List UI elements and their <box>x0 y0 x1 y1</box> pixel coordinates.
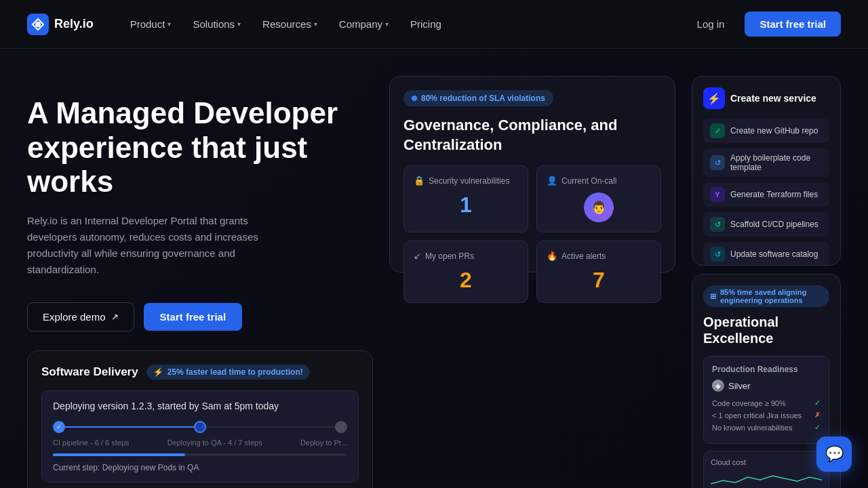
service-title: Create new service <box>730 93 816 104</box>
nav-company[interactable]: Company ▾ <box>330 13 398 35</box>
software-delivery-card: Software Delivery ⚡ 25% faster lead time… <box>27 350 373 488</box>
alerts-value: 7 <box>547 268 651 293</box>
progress-steps: ✓ <box>53 421 347 433</box>
governance-badge: 80% reduction of SLA violations <box>403 90 553 106</box>
security-value: 1 <box>414 192 518 218</box>
service-item: ↺ Apply boilerplate code template <box>703 148 829 177</box>
boilerplate-icon: ↺ <box>710 155 725 170</box>
ops-badge: ⊞ 85% time saved aligning engineering op… <box>703 285 829 307</box>
service-item: Y Generate Terraform files <box>703 182 829 207</box>
github-icon: ✓ <box>710 123 725 138</box>
hero-left: A Managed Developer experience that just… <box>27 76 373 474</box>
metrics-grid: 🔒 Security vulnerabilities 1 👤 Current O… <box>403 165 661 303</box>
check-item-jira: < 1 open critical Jira issues ✗ <box>712 411 821 420</box>
hero-buttons: Explore demo ↗ Start free trial <box>27 302 373 331</box>
sd-title: Software Delivery <box>41 365 138 379</box>
svg-point-1 <box>35 22 41 27</box>
service-icon: ⚡ <box>703 87 725 109</box>
deploy-text: Deploying version 1.2.3, started by Sam … <box>53 401 347 411</box>
pr-icon: ↙ <box>414 251 421 261</box>
service-items: ✓ Create new GitHub repo ↺ Apply boilerp… <box>703 119 829 266</box>
metric-oncall: 👤 Current On-call 👨 <box>536 165 661 232</box>
step-line-1 <box>65 426 194 428</box>
chevron-down-icon: ▾ <box>385 20 389 28</box>
hero-title: A Managed Developer experience that just… <box>27 96 373 199</box>
nav-pricing[interactable]: Pricing <box>401 13 451 35</box>
avatar: 👨 <box>584 192 614 222</box>
chevron-down-icon: ▾ <box>237 20 241 28</box>
lock-icon: 🔒 <box>414 176 425 186</box>
prs-value: 2 <box>414 268 518 293</box>
current-step-text: Current step: Deploying new Pods in QA <box>53 463 347 472</box>
login-button[interactable]: Log in <box>688 13 734 35</box>
ops-readiness: Production Readiness ◆ Silver Code cover… <box>703 356 829 444</box>
badge-dot <box>412 96 417 101</box>
step-dot-current <box>194 421 206 433</box>
step-labels: CI pipeline - 6 / 6 steps Deploying to Q… <box>53 439 347 447</box>
service-item: ↺ Update software catalog <box>703 242 829 266</box>
readiness-title: Production Readiness <box>712 365 821 374</box>
external-link-icon: ↗ <box>111 312 119 322</box>
metric-alerts: 🔥 Active alerts 7 <box>536 241 661 303</box>
catalog-icon: ↺ <box>710 247 725 262</box>
progress-bar-fill <box>53 453 185 456</box>
logo[interactable]: Rely.io <box>27 14 94 35</box>
step-dot-pending <box>335 421 347 433</box>
metric-prs: ↙ My open PRs 2 <box>403 241 528 303</box>
progress-bar <box>53 453 347 456</box>
hero-subtitle: Rely.io is an Internal Developer Portal … <box>27 213 285 278</box>
lightning-icon: ⚡ <box>153 367 163 377</box>
nav-solutions[interactable]: Solutions ▾ <box>183 13 250 35</box>
cloud-cost-chart: Cloud cost <box>703 451 829 488</box>
check-item-vuln: No known vulnerabilities ✓ <box>712 423 821 432</box>
check-fail-icon: ✗ <box>814 411 821 420</box>
check-pass-icon-2: ✓ <box>814 423 821 432</box>
service-item: ↺ Scaffold CI/CD pipelines <box>703 212 829 237</box>
chat-button[interactable]: 💬 <box>816 436 852 472</box>
hero-center: 80% reduction of SLA violations Governan… <box>389 76 675 474</box>
metric-security: 🔒 Security vulnerabilities 1 <box>403 165 528 232</box>
person-icon: 👤 <box>547 176 557 186</box>
service-item: ✓ Create new GitHub repo <box>703 119 829 143</box>
nav-links: Product ▾ Solutions ▾ Resources ▾ Compan… <box>121 13 688 35</box>
nav-resources[interactable]: Resources ▾ <box>253 13 327 35</box>
service-header: ⚡ Create new service <box>703 87 829 109</box>
hero-right: ⚡ Create new service ✓ Create new GitHub… <box>692 76 841 474</box>
start-trial-hero-button[interactable]: Start free trial <box>144 303 243 331</box>
chat-icon: 💬 <box>825 445 844 463</box>
fire-icon: 🔥 <box>547 251 557 261</box>
create-service-card: ⚡ Create new service ✓ Create new GitHub… <box>692 76 841 266</box>
hero-section: A Managed Developer experience that just… <box>0 49 868 488</box>
governance-card: 80% reduction of SLA violations Governan… <box>389 76 675 272</box>
cicd-icon: ↺ <box>710 217 725 232</box>
terraform-icon: Y <box>710 187 725 202</box>
step-line-2 <box>206 426 335 428</box>
check-pass-icon: ✓ <box>814 399 821 407</box>
governance-title: Governance, Compliance, and Centralizati… <box>403 116 661 155</box>
nav-actions: Log in Start free trial <box>688 12 841 37</box>
ops-badge-icon: ⊞ <box>710 292 716 301</box>
ops-title: Operational Excellence <box>703 314 829 346</box>
chevron-down-icon: ▾ <box>314 20 317 28</box>
nav-product[interactable]: Product ▾ <box>121 13 181 35</box>
cloud-cost-label: Cloud cost <box>711 458 822 466</box>
readiness-badge: ◆ Silver <box>712 380 821 392</box>
explore-demo-button[interactable]: Explore demo ↗ <box>27 302 134 331</box>
chevron-down-icon: ▾ <box>167 20 171 28</box>
sd-badge: ⚡ 25% faster lead time to production! <box>146 365 310 380</box>
navbar: Rely.io Product ▾ Solutions ▾ Resources … <box>0 0 868 49</box>
oncall-avatar: 👨 <box>547 192 651 222</box>
check-item-coverage: Code coverage ≥ 90% ✓ <box>712 399 821 407</box>
start-trial-button[interactable]: Start free trial <box>745 12 841 37</box>
step-dot-completed: ✓ <box>53 421 65 433</box>
brand-name: Rely.io <box>54 17 94 31</box>
silver-icon: ◆ <box>712 380 724 392</box>
deploy-info: Deploying version 1.2.3, started by Sam … <box>41 390 359 483</box>
sd-header: Software Delivery ⚡ 25% faster lead time… <box>41 365 359 380</box>
